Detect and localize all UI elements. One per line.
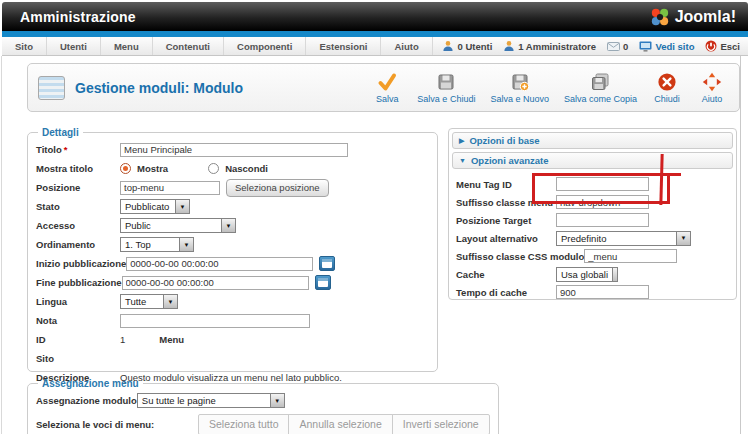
stato-select[interactable]: Pubblicato▼ xyxy=(120,199,190,214)
calendar-icon[interactable] xyxy=(319,256,335,271)
save-button[interactable]: Salva xyxy=(372,72,402,104)
row-posizione: Posizione Seleziona posizione xyxy=(36,178,429,197)
close-cancel-icon xyxy=(657,72,677,92)
tempo-di-cache-input[interactable] xyxy=(556,285,649,299)
row-layout-alternativo: Layout alternativo Predefinito▼ xyxy=(456,229,730,247)
module-type: Menu xyxy=(159,334,184,345)
status-bar: 0 Utenti 1 Amministratore 0 Vedi sito xyxy=(442,37,748,55)
row-ordinamento: Ordinamento 1. Top▼ xyxy=(36,235,429,254)
lingua-label: Lingua xyxy=(36,296,120,307)
user-icon xyxy=(442,40,454,52)
chevron-down-icon: ▼ xyxy=(175,200,189,213)
page-right-border xyxy=(740,56,741,434)
save-close-button[interactable]: Salva e Chiudi xyxy=(417,72,475,104)
row-voci-menu: Seleziona le voci di menu: Seleziona tut… xyxy=(36,414,490,434)
inizio-date-input[interactable] xyxy=(126,257,313,271)
lingua-select[interactable]: Tutte▼ xyxy=(120,294,178,309)
nascondi-radio-label[interactable]: Nascondi xyxy=(225,163,268,174)
mostra-radio[interactable] xyxy=(120,163,131,174)
logout-icon xyxy=(705,40,717,52)
joomla-admin-screen: Amministrazione Joomla! Sito Utenti Menu… xyxy=(0,0,750,434)
menu-item-estensioni[interactable]: Estensioni xyxy=(306,37,381,55)
nascondi-radio[interactable] xyxy=(208,163,219,174)
posizione-input[interactable] xyxy=(120,181,220,195)
page-left-border xyxy=(1,56,2,434)
row-id: ID 1 Menu xyxy=(36,330,429,349)
posizione-label: Posizione xyxy=(36,182,120,193)
layout-alternativo-select[interactable]: Predefinito▼ xyxy=(556,231,691,246)
chevron-down-icon: ▼ xyxy=(612,268,618,281)
menu-item-aiuto[interactable]: Aiuto xyxy=(381,37,432,55)
ordinamento-label: Ordinamento xyxy=(36,239,120,250)
assegnazione-modulo-select[interactable]: Su tutte le pagine▼ xyxy=(137,393,285,408)
annulla-selezione-button[interactable]: Annulla selezione xyxy=(288,414,392,434)
suffisso-css-modulo-label: Suffisso classe CSS modulo xyxy=(456,251,584,262)
suffisso-css-modulo-input[interactable] xyxy=(584,249,677,263)
row-sito: Sito xyxy=(36,349,429,368)
save-copy-disk-icon xyxy=(590,72,610,92)
page-title: Gestione moduli: Modulo xyxy=(75,80,243,96)
selection-buttons: Seleziona tutto Annulla selezione Invert… xyxy=(198,414,490,434)
stato-label: Stato xyxy=(36,201,120,212)
assignment-legend: Assegnazione menu xyxy=(38,378,143,389)
menu-item-componenti[interactable]: Componenti xyxy=(224,37,306,55)
seleziona-posizione-button[interactable]: Seleziona posizione xyxy=(226,179,329,197)
cache-label: Cache xyxy=(456,269,556,280)
opzioni-avanzate-header[interactable]: ▼ Opzioni avanzate xyxy=(452,152,733,169)
opzioni-di-base-header[interactable]: ▶ Opzioni di base xyxy=(452,132,733,149)
voci-menu-label: Seleziona le voci di menu: xyxy=(36,419,196,430)
close-button[interactable]: Chiudi xyxy=(652,72,682,104)
posizione-target-label: Posizione Target xyxy=(456,215,556,226)
cache-select[interactable]: Usa globali▼ xyxy=(556,267,618,282)
accesso-select[interactable]: Public▼ xyxy=(120,218,236,233)
sito-label: Sito xyxy=(36,353,120,364)
menu-item-utenti[interactable]: Utenti xyxy=(47,37,101,55)
menu-item-sito[interactable]: Sito xyxy=(2,37,47,55)
joomla-logo: Joomla! xyxy=(649,6,736,28)
toolbar-buttons: Salva Salva e Chiudi Salva e Nuovo Salva… xyxy=(372,72,729,104)
menu-item-contenuti[interactable]: Contenuti xyxy=(153,37,224,55)
status-messages[interactable]: 0 xyxy=(607,41,628,52)
row-accesso: Accesso Public▼ xyxy=(36,216,429,235)
status-logout[interactable]: Esci xyxy=(705,40,740,52)
assignment-fieldset: Assegnazione menu Assegnazione modulo Su… xyxy=(27,378,499,434)
nota-input[interactable] xyxy=(120,314,310,328)
row-mostra-titolo: Mostra titolo Mostra Nascondi xyxy=(36,159,429,178)
chevron-down-icon: ▼ xyxy=(270,394,284,407)
save-new-button[interactable]: Salva e Nuovo xyxy=(490,72,549,104)
red-annotation-horizontal-line xyxy=(670,173,681,176)
row-lingua: Lingua Tutte▼ xyxy=(36,292,429,311)
joomla-logo-text: Joomla! xyxy=(675,8,736,26)
mostra-titolo-label: Mostra titolo xyxy=(36,163,120,174)
fine-date-input[interactable] xyxy=(122,276,309,290)
titolo-input[interactable] xyxy=(120,143,348,157)
page-toolbar: Gestione moduli: Modulo Salva Salva e Ch… xyxy=(27,63,740,112)
inverti-selezione-button[interactable]: Inverti selezione xyxy=(392,414,490,434)
posizione-target-input[interactable] xyxy=(556,213,649,227)
save-close-disk-icon xyxy=(436,72,456,92)
layout-alternativo-label: Layout alternativo xyxy=(456,233,556,244)
chevron-down-icon: ▼ xyxy=(676,232,690,245)
details-fieldset: Dettagli Titolo* Mostra titolo Mostra Na… xyxy=(27,127,438,372)
save-check-icon xyxy=(377,72,397,92)
mostra-radio-label[interactable]: Mostra xyxy=(137,163,168,174)
row-suffisso-css-modulo: Suffisso classe CSS modulo xyxy=(456,247,730,265)
calendar-icon[interactable] xyxy=(315,275,331,290)
options-panel: ▶ Opzioni di base ▼ Opzioni avanzate Men… xyxy=(448,128,737,300)
menu-item-menu[interactable]: Menu xyxy=(101,37,153,55)
accesso-label: Accesso xyxy=(36,220,120,231)
tempo-di-cache-label: Tempo di cache xyxy=(456,287,556,298)
help-button[interactable]: Aiuto xyxy=(697,72,727,104)
assegnazione-modulo-label: Assegnazione modulo xyxy=(36,395,137,406)
status-view-site[interactable]: Vedi sito xyxy=(639,41,694,52)
row-fine-pubblicazione: Fine pubblicazione xyxy=(36,273,429,292)
save-copy-button[interactable]: Salva come Copia xyxy=(564,72,637,104)
seleziona-tutto-button[interactable]: Seleziona tutto xyxy=(198,414,289,434)
ordinamento-select[interactable]: 1. Top▼ xyxy=(120,237,194,252)
chevron-right-icon: ▶ xyxy=(459,137,464,145)
admin-user-icon xyxy=(503,40,515,52)
row-tempo-di-cache: Tempo di cache xyxy=(456,283,730,301)
monitor-icon xyxy=(639,41,652,52)
help-arrows-icon xyxy=(702,72,722,92)
row-stato: Stato Pubblicato▼ xyxy=(36,197,429,216)
